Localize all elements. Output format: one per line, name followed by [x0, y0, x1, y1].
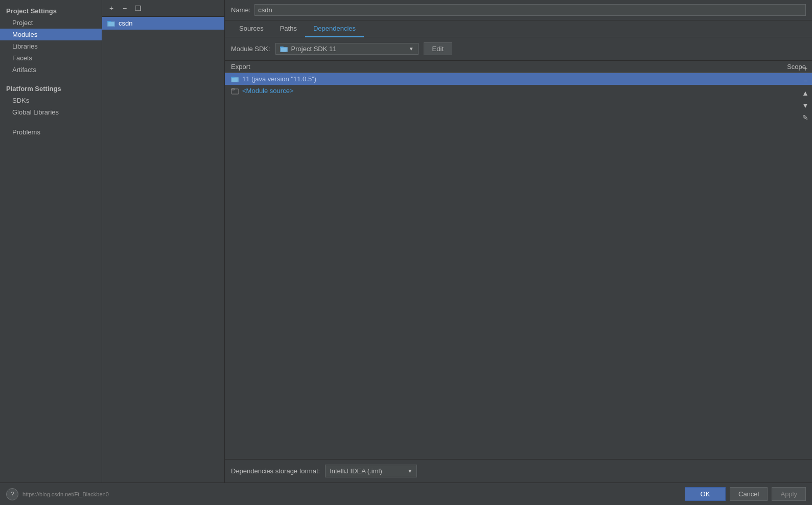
move-up-button[interactable]: ▲	[800, 87, 811, 99]
export-column-header: Export	[231, 63, 745, 71]
add-dep-button[interactable]: +	[800, 63, 811, 74]
edit-dep-button[interactable]: ✎	[800, 112, 811, 123]
sdk-row: Module SDK: Project SDK 11 ▼ Edit	[225, 37, 812, 61]
svg-rect-8	[232, 78, 238, 82]
module-name: csdn	[119, 19, 132, 27]
sidebar: Project Settings Project Modules Librari…	[0, 0, 102, 483]
name-row: Name:	[225, 0, 812, 20]
dep-row-sdk-name: 11 (java version "11.0.5")	[242, 75, 806, 83]
storage-dropdown-arrow: ▼	[407, 468, 412, 474]
remove-dep-button[interactable]: −	[800, 75, 811, 86]
sidebar-item-modules[interactable]: Modules	[0, 29, 102, 40]
storage-format-value: IntelliJ IDEA (.iml)	[330, 467, 382, 475]
dep-folder-sdk-icon	[231, 76, 239, 83]
sidebar-item-global-libraries[interactable]: Global Libraries	[0, 106, 102, 118]
dep-table-header: Export Scope	[225, 61, 812, 73]
sdk-label: Module SDK:	[231, 45, 270, 53]
sdk-value: Project SDK 11	[291, 45, 337, 53]
sidebar-item-artifacts[interactable]: Artifacts	[0, 64, 102, 76]
url-hint: https://blog.csdn.net/Ft_Blackben0	[22, 491, 109, 497]
sdk-folder-icon	[280, 45, 288, 53]
cancel-button[interactable]: Cancel	[730, 487, 768, 501]
ok-button[interactable]: OK	[685, 487, 726, 501]
apply-button[interactable]: Apply	[772, 487, 806, 501]
sdk-select[interactable]: Project SDK 11 ▼	[275, 43, 419, 55]
bottom-bar: ? https://blog.csdn.net/Ft_Blackben0 OK …	[0, 483, 812, 505]
sidebar-item-problems[interactable]: Problems	[0, 126, 102, 138]
tab-sources[interactable]: Sources	[231, 20, 272, 37]
sidebar-item-libraries[interactable]: Libraries	[0, 40, 102, 52]
svg-rect-5	[281, 48, 287, 52]
name-label: Name:	[231, 6, 250, 14]
move-down-button[interactable]: ▼	[800, 100, 811, 111]
sidebar-item-facets[interactable]: Facets	[0, 52, 102, 64]
dep-row-module-source-name: <Module source>	[242, 87, 806, 95]
main-layout: Project Settings Project Modules Librari…	[0, 0, 812, 483]
remove-module-button[interactable]: −	[119, 2, 131, 14]
dep-folder-module-icon	[231, 87, 239, 95]
module-toolbar: + − ❏	[102, 0, 224, 17]
dep-rows: 11 (java version "11.0.5") <Module sourc…	[225, 73, 812, 459]
tabs-row: Sources Paths Dependencies	[225, 20, 812, 37]
module-item-csdn[interactable]: csdn	[102, 17, 224, 30]
dep-row-module-source[interactable]: <Module source>	[225, 85, 812, 97]
scope-column-header: Scope	[745, 63, 806, 71]
dep-row-sdk[interactable]: 11 (java version "11.0.5")	[225, 73, 812, 85]
content-panel: Name: Sources Paths Dependencies Module …	[225, 0, 812, 483]
sdk-dropdown-arrow: ▼	[409, 46, 414, 52]
help-button[interactable]: ?	[6, 488, 18, 500]
side-actions: + − ▲ ▼ ✎	[799, 61, 812, 125]
module-name-input[interactable]	[254, 4, 806, 16]
tab-paths[interactable]: Paths	[272, 20, 305, 37]
storage-format-select[interactable]: IntelliJ IDEA (.iml) ▼	[325, 465, 417, 477]
tab-dependencies[interactable]: Dependencies	[305, 20, 364, 37]
sidebar-item-project[interactable]: Project	[0, 17, 102, 29]
platform-settings-title: Platform Settings	[0, 82, 102, 95]
sidebar-item-sdks[interactable]: SDKs	[0, 95, 102, 106]
storage-label: Dependencies storage format:	[231, 467, 320, 475]
add-module-button[interactable]: +	[105, 2, 118, 14]
bottom-left: ? https://blog.csdn.net/Ft_Blackben0	[6, 488, 681, 500]
folder-icon	[107, 20, 115, 27]
dependencies-table-container: Export Scope 11 (java version "11.0.5")	[225, 61, 812, 459]
edit-sdk-button[interactable]: Edit	[424, 42, 452, 55]
module-panel: + − ❏ csdn	[102, 0, 225, 483]
svg-rect-2	[108, 22, 114, 26]
storage-row: Dependencies storage format: IntelliJ ID…	[225, 459, 812, 483]
copy-module-button[interactable]: ❏	[132, 2, 144, 14]
project-settings-title: Project Settings	[0, 4, 102, 17]
